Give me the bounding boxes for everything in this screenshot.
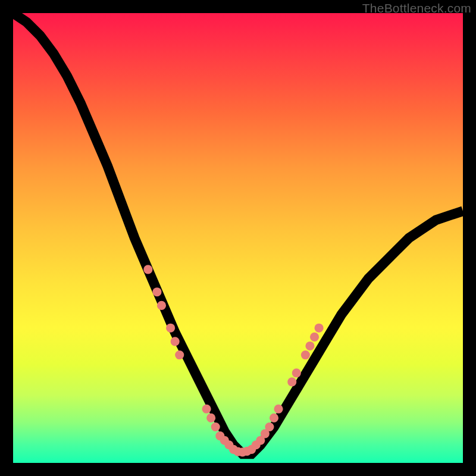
curve-marker xyxy=(287,377,296,386)
curve-marker xyxy=(305,342,314,350)
curve-marker xyxy=(175,350,184,359)
curve-marker xyxy=(211,422,220,431)
curve-marker xyxy=(315,324,324,333)
curve-marker xyxy=(292,368,301,377)
curve-marker xyxy=(202,405,211,414)
bottleneck-curve xyxy=(13,13,463,454)
curve-marker xyxy=(171,337,180,346)
chart-svg xyxy=(13,13,463,463)
curve-marker xyxy=(206,414,215,422)
curve-marker xyxy=(274,405,283,414)
curve-marker xyxy=(265,422,274,431)
curve-marker xyxy=(270,414,278,422)
curve-marker xyxy=(166,324,175,333)
marker-group xyxy=(143,265,323,456)
curve-marker xyxy=(310,333,319,342)
curve-marker xyxy=(157,301,166,310)
curve-marker xyxy=(301,350,310,359)
chart-frame: TheBottleneck.com xyxy=(0,0,476,476)
curve-marker xyxy=(152,287,161,296)
plot-area xyxy=(13,13,463,463)
curve-marker xyxy=(143,265,152,274)
